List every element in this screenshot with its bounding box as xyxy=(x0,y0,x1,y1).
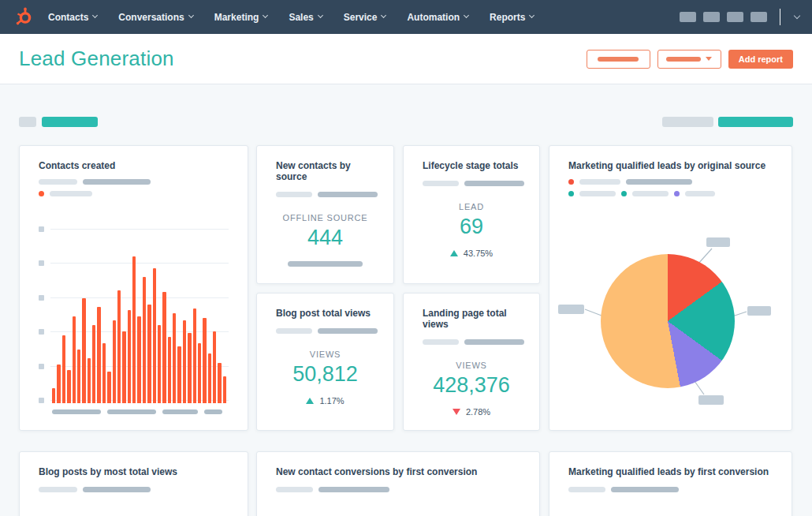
chevron-down-icon xyxy=(263,13,268,18)
redacted-subtitle xyxy=(276,192,374,197)
bar[interactable] xyxy=(162,292,166,403)
bar[interactable] xyxy=(82,298,85,403)
pie-chart[interactable] xyxy=(601,254,735,388)
legend-dot xyxy=(674,191,680,196)
bar[interactable] xyxy=(177,346,181,403)
bar[interactable] xyxy=(153,268,156,403)
bar[interactable] xyxy=(62,335,65,403)
bar[interactable] xyxy=(57,365,60,403)
bar[interactable] xyxy=(107,372,110,403)
hubspot-logo[interactable] xyxy=(13,6,34,28)
bar[interactable] xyxy=(188,333,191,403)
redacted-label xyxy=(288,261,363,267)
bar[interactable] xyxy=(218,363,221,403)
card-mql-by-original-source: Marketing qualified leads by original so… xyxy=(549,145,792,431)
bar[interactable] xyxy=(143,277,146,403)
bar[interactable] xyxy=(137,316,140,403)
chevron-down-icon xyxy=(92,13,98,18)
bar[interactable] xyxy=(102,343,106,403)
legend-dot xyxy=(39,191,44,196)
redacted-label xyxy=(568,487,605,492)
nav-item-conversations[interactable]: Conversations xyxy=(118,12,192,23)
nav-utility-icon[interactable] xyxy=(727,12,743,22)
dashboard-actions-button[interactable] xyxy=(657,50,721,69)
bar[interactable] xyxy=(88,358,91,403)
add-report-button[interactable]: Add report xyxy=(728,50,793,69)
bar[interactable] xyxy=(132,256,136,403)
bar[interactable] xyxy=(73,316,76,403)
bar-chart xyxy=(39,226,229,419)
nav-item-contacts[interactable]: Contacts xyxy=(48,12,97,23)
nav-label: Marketing xyxy=(214,12,259,23)
bar[interactable] xyxy=(147,305,151,403)
bar[interactable] xyxy=(77,350,80,403)
nav-item-service[interactable]: Service xyxy=(344,12,386,23)
legend-dot xyxy=(568,179,574,185)
redacted-axis-label xyxy=(204,409,222,414)
filter-pill[interactable] xyxy=(718,117,793,127)
nav-item-reports[interactable]: Reports xyxy=(490,12,534,23)
card-title: New contact conversions by first convers… xyxy=(276,466,520,477)
bar[interactable] xyxy=(203,318,206,403)
metric-value: 69 xyxy=(423,215,520,239)
bar[interactable] xyxy=(158,325,161,403)
bar[interactable] xyxy=(193,308,196,403)
bar[interactable] xyxy=(113,320,116,403)
redacted-subtitle xyxy=(423,339,520,345)
chevron-down-icon xyxy=(464,13,469,18)
redacted-tick xyxy=(39,329,44,335)
card-blog-posts-by-most-total-views: Blog posts by most total views xyxy=(19,451,248,516)
bar[interactable] xyxy=(183,320,186,403)
bar[interactable] xyxy=(52,388,55,403)
nav-label: Service xyxy=(344,12,378,23)
bar[interactable] xyxy=(97,307,100,403)
bar[interactable] xyxy=(173,313,176,403)
chevron-down-icon xyxy=(188,13,194,18)
nav-item-automation[interactable]: Automation xyxy=(407,12,468,23)
nav-utility-icon[interactable] xyxy=(703,12,720,22)
nav-item-sales[interactable]: Sales xyxy=(289,12,322,23)
bar[interactable] xyxy=(223,376,226,403)
redacted-tick xyxy=(39,226,44,232)
nav-label: Automation xyxy=(407,12,460,23)
bar[interactable] xyxy=(122,331,125,403)
nav-divider xyxy=(780,9,780,25)
legend-row xyxy=(39,191,229,196)
dashboard-header: Lead Generation Add report xyxy=(0,34,812,84)
nav-item-marketing[interactable]: Marketing xyxy=(214,12,268,23)
card-new-contacts-by-source: New contacts by source OFFLINE SOURCE 44… xyxy=(256,145,394,284)
bar[interactable] xyxy=(198,343,201,403)
redacted-label xyxy=(423,181,459,186)
nav-menu: Contacts Conversations Marketing Sales S… xyxy=(48,12,534,23)
redacted-pie-label xyxy=(747,306,771,316)
filter-pill[interactable] xyxy=(19,117,36,127)
trend-down-icon xyxy=(453,409,460,415)
redacted-label xyxy=(464,181,524,186)
redacted-pie-label xyxy=(558,305,584,314)
redacted-subtitle xyxy=(276,328,374,334)
bar[interactable] xyxy=(92,325,95,403)
legend-dot xyxy=(568,191,574,196)
redacted-label xyxy=(632,191,669,196)
redacted-label xyxy=(318,328,378,334)
bar[interactable] xyxy=(213,331,216,403)
dashboard-filter-button[interactable] xyxy=(587,50,650,69)
bar[interactable] xyxy=(168,337,171,403)
legend-dot xyxy=(621,191,627,196)
nav-utility-icon[interactable] xyxy=(680,12,696,22)
filter-pill[interactable] xyxy=(42,117,98,127)
metric-label: VIEWS xyxy=(276,350,374,359)
bar[interactable] xyxy=(208,353,211,403)
filter-pill[interactable] xyxy=(662,117,713,127)
redacted-tick xyxy=(39,398,44,403)
bar[interactable] xyxy=(67,370,70,403)
bar[interactable] xyxy=(128,310,131,403)
metric-label: VIEWS xyxy=(423,361,520,370)
nav-utility-icon[interactable] xyxy=(751,12,767,22)
pie-chart-area xyxy=(549,196,792,430)
bar-chart-bars[interactable] xyxy=(52,226,226,403)
bar[interactable] xyxy=(117,290,121,403)
chart-legend xyxy=(568,179,773,196)
chevron-down-icon xyxy=(529,13,535,18)
account-chevron-down-icon[interactable] xyxy=(794,12,800,18)
